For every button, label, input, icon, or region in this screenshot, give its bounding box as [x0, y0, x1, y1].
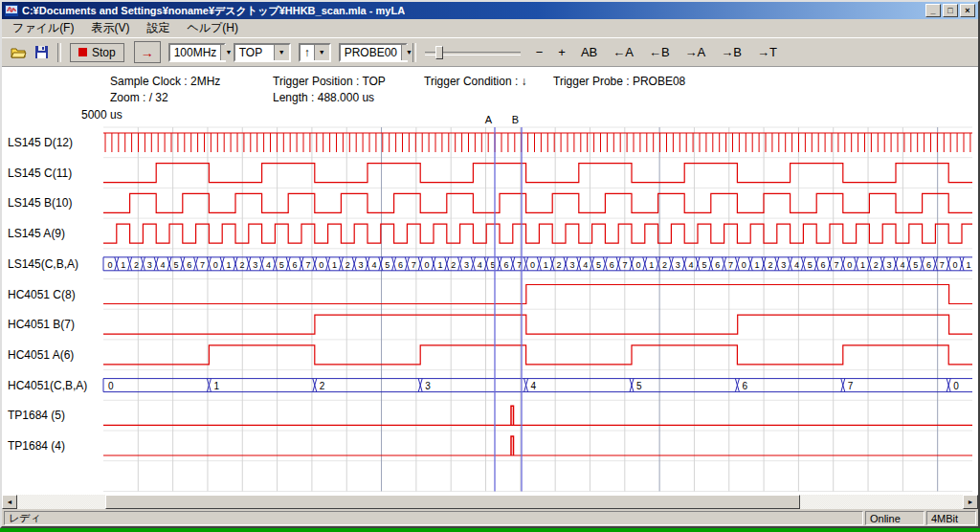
svg-text:2: 2 [134, 260, 139, 270]
svg-text:2: 2 [320, 381, 325, 391]
channel-label: LS145(C,B,A) [8, 257, 78, 271]
menu-file[interactable]: ファイル(F) [4, 19, 82, 37]
toolbar-separator [57, 43, 61, 62]
svg-text:5: 5 [385, 260, 390, 270]
trigger-probe-combo[interactable]: PROBE00 ▼ [339, 43, 408, 62]
toolbar-separator [412, 43, 416, 62]
menu-view[interactable]: 表示(V) [82, 19, 138, 37]
svg-text:5: 5 [173, 260, 178, 270]
channel-label: LS145 B(10) [8, 196, 72, 210]
svg-text:4: 4 [161, 260, 166, 270]
svg-text:0: 0 [530, 260, 535, 270]
svg-text:7: 7 [623, 260, 628, 270]
svg-text:5: 5 [913, 260, 918, 270]
trigger-position-combo[interactable]: TOP ▼ [234, 43, 291, 62]
waveform-svg: 0123456701234567012345670123456701234567… [2, 67, 978, 495]
scroll-left-button[interactable]: ◄ [2, 495, 17, 509]
svg-text:5: 5 [808, 260, 813, 270]
channel-label: LS145 C(11) [8, 166, 72, 180]
scroll-right-button[interactable]: ► [963, 495, 978, 509]
svg-text:1: 1 [332, 260, 337, 270]
zoom-in-button[interactable]: + [552, 43, 571, 61]
svg-text:0: 0 [847, 260, 852, 270]
svg-text:0: 0 [319, 260, 323, 270]
maximize-button[interactable]: □ [943, 4, 958, 17]
statusbar: レディ Online 4MBit [2, 509, 978, 526]
svg-text:4: 4 [583, 260, 588, 270]
scroll-right-icon: ► [968, 499, 974, 505]
trigger-condition-label: Trigger Condition : ↓ [424, 75, 527, 88]
goto-marker-a-button[interactable]: ←A [607, 43, 639, 61]
svg-text:4: 4 [689, 260, 694, 270]
svg-text:A: A [485, 114, 493, 125]
zoom-out-button[interactable]: − [530, 43, 549, 61]
sample-clock-combo[interactable]: 100MHz ▼ [168, 43, 226, 62]
svg-text:7: 7 [848, 381, 854, 391]
svg-text:4: 4 [371, 260, 376, 270]
goto-trigger-button[interactable]: →T [751, 43, 783, 61]
svg-text:0: 0 [953, 381, 959, 391]
status-memory-badge: 4MBit [926, 511, 976, 525]
ab-button[interactable]: AB [575, 43, 603, 61]
menu-help[interactable]: ヘルプ(H) [178, 19, 247, 37]
goto-marker-b-button[interactable]: ←B [643, 43, 676, 61]
timescale-label: 5000 us [81, 108, 122, 122]
stop-button[interactable]: Stop [70, 43, 124, 62]
forward-marker-a-button[interactable]: →A [679, 43, 712, 61]
minimize-button[interactable]: _ [925, 4, 941, 17]
svg-text:2: 2 [451, 260, 456, 270]
save-button[interactable] [30, 42, 53, 63]
trigger-edge-combo[interactable]: ↑ ▼ [299, 43, 331, 62]
forward-marker-b-button[interactable]: →B [715, 43, 747, 61]
menubar: ファイル(F) 表示(V) 設定 ヘルプ(H) [2, 19, 978, 37]
scroll-track[interactable] [17, 495, 963, 509]
svg-text:7: 7 [200, 260, 205, 270]
channel-label: TP1684 (5) [8, 409, 65, 422]
chevron-down-icon: ▼ [274, 45, 289, 60]
svg-text:1: 1 [649, 260, 654, 270]
svg-text:2: 2 [239, 260, 244, 270]
svg-text:1: 1 [121, 260, 125, 270]
svg-text:1: 1 [544, 260, 548, 270]
svg-text:3: 3 [253, 260, 257, 270]
svg-text:2: 2 [557, 260, 562, 270]
svg-text:6: 6 [715, 260, 720, 270]
chevron-down-icon: ▼ [314, 45, 329, 60]
svg-text:6: 6 [610, 260, 614, 270]
svg-text:3: 3 [569, 260, 574, 270]
svg-text:1: 1 [437, 260, 442, 270]
svg-text:2: 2 [874, 260, 879, 270]
channel-label: LS145 A(9) [8, 227, 65, 240]
svg-text:3: 3 [359, 260, 364, 270]
length-label: Length : 488.000 us [273, 91, 374, 104]
zoom-label: Zoom : / 32 [110, 91, 168, 104]
svg-text:2: 2 [768, 260, 772, 270]
waveform-client-area: Sample Clock : 2MHz Trigger Position : T… [2, 67, 978, 509]
status-ready: レディ [4, 511, 863, 525]
svg-text:1: 1 [755, 260, 760, 270]
svg-text:0: 0 [107, 260, 112, 270]
open-file-button[interactable] [7, 42, 30, 63]
svg-text:6: 6 [821, 260, 826, 270]
svg-text:7: 7 [728, 260, 733, 270]
svg-text:3: 3 [464, 260, 469, 270]
svg-text:3: 3 [887, 260, 892, 270]
trigger-probe-label: Trigger Probe : PROBE08 [553, 75, 685, 88]
run-button[interactable]: → [134, 41, 161, 63]
menu-settings[interactable]: 設定 [138, 19, 178, 37]
svg-text:1: 1 [213, 381, 219, 391]
titlebar[interactable]: C:¥Documents and Settings¥noname¥デスクトップ¥… [2, 2, 978, 19]
zoom-slider[interactable] [425, 43, 521, 62]
svg-text:7: 7 [305, 260, 310, 270]
zoom-slider-thumb[interactable] [435, 46, 443, 59]
scroll-thumb[interactable] [105, 495, 800, 509]
svg-text:2: 2 [662, 260, 667, 270]
svg-text:5: 5 [636, 381, 642, 391]
svg-text:4: 4 [478, 260, 482, 270]
svg-text:4: 4 [531, 381, 537, 391]
horizontal-scrollbar[interactable]: ◄ ► [2, 495, 978, 509]
svg-text:4: 4 [794, 260, 799, 270]
app-icon [5, 4, 18, 17]
close-button[interactable]: × [960, 4, 975, 17]
svg-text:1: 1 [227, 260, 232, 270]
